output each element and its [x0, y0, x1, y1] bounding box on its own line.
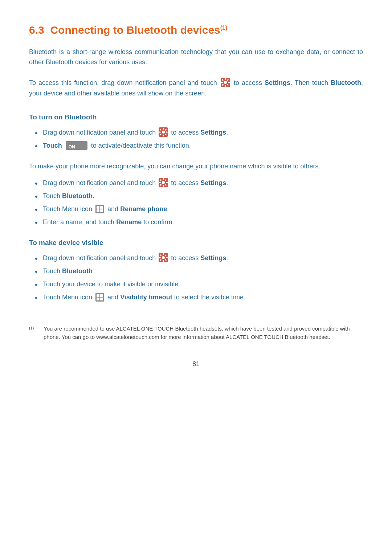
svg-rect-4	[221, 82, 223, 83]
page-title: 6.3 Connecting to Bluetooth devices(1)	[29, 22, 363, 39]
svg-rect-5	[228, 82, 230, 83]
settings-bold-4: Settings	[200, 254, 226, 262]
section1-bullet-list: Drag down notification panel and touch	[29, 128, 363, 151]
section-num: 6.3	[29, 24, 44, 36]
toggle-widget: ON	[66, 141, 87, 150]
list-item: Enter a name, and touch Rename to confir…	[33, 217, 363, 228]
footnote-section: (1) You are recommended to use ALCATEL O…	[29, 324, 363, 341]
svg-rect-23	[163, 185, 164, 187]
settings-icon-1	[220, 77, 230, 87]
settings-icon-2	[158, 127, 168, 137]
list-item: Touch ON to activate/deactivate this fun…	[33, 141, 363, 151]
footnote: (1) You are recommended to use ALCATEL O…	[29, 324, 363, 341]
menu-icon-1	[95, 205, 104, 213]
svg-rect-3	[225, 85, 226, 87]
section2-heading: To make device visible	[29, 237, 363, 248]
bluetooth-bold-3: Bluetooth	[62, 267, 93, 275]
middle-paragraph: To make your phone more recognizable, yo…	[29, 161, 363, 172]
section1b-bullet-list: Drag down notification panel and touch t…	[29, 178, 363, 228]
svg-rect-32	[163, 253, 164, 255]
section-title-text: Connecting to Bluetooth devices	[50, 24, 220, 36]
list-item: Touch Bluetooth	[33, 266, 363, 277]
page-number: 81	[29, 359, 363, 369]
list-item: Touch Menu icon and Visibility timeout t…	[33, 292, 363, 303]
settings-bold-1: Settings	[265, 79, 290, 86]
settings-bold-3: Settings	[200, 179, 226, 187]
list-item: Touch Menu icon and Rename phone.	[33, 204, 363, 214]
list-item: Touch Bluetooth.	[33, 191, 363, 201]
svg-rect-35	[166, 257, 168, 258]
section1-heading: To turn on Bluetooth	[29, 112, 363, 122]
svg-point-11	[162, 131, 165, 134]
svg-rect-22	[163, 178, 164, 180]
settings-bold-2: Settings	[200, 129, 226, 136]
svg-rect-34	[159, 257, 161, 258]
svg-rect-12	[163, 128, 164, 130]
menu-icon-2	[95, 293, 104, 302]
svg-rect-13	[163, 135, 164, 136]
rename-bold: Rename phone	[120, 205, 167, 213]
list-item: Drag down notification panel and touch	[33, 128, 363, 138]
svg-point-21	[162, 181, 165, 184]
section-turn-on: To turn on Bluetooth Drag down notificat…	[29, 112, 363, 151]
rename-confirm-bold: Rename	[116, 218, 142, 226]
svg-rect-15	[166, 131, 168, 132]
svg-point-1	[224, 81, 227, 84]
section-make-visible: To make device visible Drag down notific…	[29, 237, 363, 302]
svg-rect-33	[163, 260, 164, 262]
svg-point-31	[162, 256, 165, 259]
footnote-num: (1)	[29, 324, 40, 333]
svg-rect-2	[225, 78, 226, 80]
svg-rect-25	[166, 182, 168, 183]
access-paragraph: To access this function, drag down notif…	[29, 78, 363, 99]
list-item: Drag down notification panel and touch	[33, 253, 363, 263]
footnote-text: You are recommended to use ALCATEL ONE T…	[44, 324, 363, 341]
list-item: Drag down notification panel and touch t…	[33, 178, 363, 188]
settings-icon-4	[158, 253, 168, 263]
intro-paragraph: Bluetooth is a short-range wireless comm…	[29, 47, 363, 68]
settings-icon-3	[158, 177, 168, 188]
bluetooth-bold-1: Bluetooth	[331, 79, 361, 86]
toggle-on-label: ON	[69, 144, 75, 150]
list-item: Touch your device to make it visible or …	[33, 279, 363, 290]
bluetooth-bold-2: Bluetooth.	[62, 192, 94, 200]
section2-bullet-list: Drag down notification panel and touch	[29, 253, 363, 303]
touch-bold: Touch	[43, 142, 62, 149]
title-superscript: (1)	[220, 25, 228, 31]
svg-rect-14	[159, 131, 161, 132]
visibility-timeout-bold: Visibility timeout	[120, 294, 172, 301]
svg-rect-24	[159, 182, 161, 183]
